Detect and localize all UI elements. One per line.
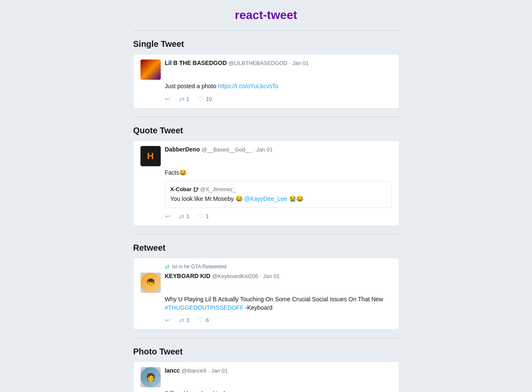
- tweet-date-val-quote: Jan 01: [256, 146, 273, 153]
- reply-icon-quote: ↩: [165, 212, 170, 220]
- like-count-retweet: 6: [206, 317, 209, 323]
- retweet-by-text: Ist in he GTA Retweeted: [172, 264, 227, 270]
- reply-button-retweet[interactable]: ↩: [165, 316, 170, 324]
- like-icon-quote: ♡: [198, 212, 204, 220]
- tweet-date-quote: ·: [253, 146, 255, 153]
- section-quote-tweet: Quote Tweet H DabberDeno @__Based__God__…: [133, 126, 399, 226]
- tweet-card-photo: 🧑 lancc @6lance9 · Jan 01 Riff and based…: [133, 362, 399, 392]
- section-heading-photo: Photo Tweet: [133, 347, 399, 357]
- retweet-icon-single: ⇄: [179, 95, 184, 103]
- section-retweet: Retweet ⇄ Ist in he GTA Retweeted 👦 KEYB…: [133, 243, 399, 330]
- quoted-mention-link[interactable]: @KayyDee_Lee: [244, 195, 287, 202]
- tweet-user-info-quote: DabberDeno @__Based__God__ · Jan 01: [165, 146, 273, 153]
- like-icon-single: ♡: [198, 95, 204, 103]
- tweet-user-meta-quote: DabberDeno @__Based__God__ · Jan 01: [165, 146, 273, 153]
- tweet-date-val-photo: Jan 01: [211, 368, 228, 374]
- retweet-count-quote: 1: [186, 213, 189, 219]
- tweet-text-photo: Riff and based god in the same song wow: [165, 390, 275, 392]
- retweet-button-retweet[interactable]: ⇄ 3: [179, 316, 189, 324]
- tweet-text-quote: Facts😂: [165, 169, 186, 176]
- reply-icon-retweet: ↩: [165, 316, 170, 324]
- retweet-green-icon: ⇄: [165, 263, 170, 270]
- like-button-single[interactable]: ♡ 10: [198, 95, 212, 103]
- tweet-text-single: Just posted a photo: [165, 83, 218, 89]
- quoted-user-line: X-Cobar ひ @X_Jimenez_: [170, 186, 386, 193]
- tweet-user-meta-single: Lil B THE BASEDGOD @LILBTHEBASEDGOD · Ja…: [165, 59, 309, 66]
- quoted-text-suffix: 😭😂: [287, 195, 303, 202]
- like-count-quote: 1: [206, 213, 209, 219]
- retweet-count-retweet: 3: [186, 317, 189, 323]
- tweet-date-val-retweet: Jan 01: [263, 273, 280, 279]
- section-divider-2: [133, 234, 399, 235]
- user-display-name-photo: lancc: [165, 367, 180, 374]
- tweet-actions-retweet: ↩ ⇄ 3 ♡ 6: [165, 316, 392, 324]
- retweet-indicator: ⇄ Ist in he GTA Retweeted: [165, 263, 392, 270]
- section-heading-retweet: Retweet: [133, 243, 399, 253]
- like-button-retweet[interactable]: ♡ 6: [198, 316, 209, 324]
- avatar-lil-b: [140, 59, 161, 80]
- avatar-keyboard: 👦: [140, 273, 161, 293]
- section-single-tweet: Single Tweet Lil B THE BASEDGOD @LILBTHE…: [133, 39, 399, 108]
- user-display-name-single: Lil B THE BASEDGOD: [165, 59, 227, 66]
- tweet-user-info-retweet: KEYBOARD KID @KeyboardKid206 · Jan 01: [165, 273, 280, 279]
- quoted-display-name: X-Cobar ひ: [170, 186, 199, 192]
- tweet-user-meta-retweet: KEYBOARD KID @KeyboardKid206 · Jan 01: [165, 273, 280, 279]
- section-heading-single: Single Tweet: [133, 39, 399, 49]
- tweet-header-retweet: 👦 KEYBOARD KID @KeyboardKid206 · Jan 01: [140, 273, 392, 293]
- tweet-text-retweet-1: Why U Playing Lil B Actually Touching On…: [165, 296, 383, 303]
- avatar-dabber: H: [140, 146, 161, 166]
- tweet-body-retweet: Why U Playing Lil B Actually Touching On…: [165, 295, 392, 312]
- like-icon-retweet: ♡: [198, 316, 204, 324]
- section-photo-tweet: Photo Tweet 🧑 lancc @6lance9 · Jan 01 Ri…: [133, 347, 399, 392]
- retweet-icon-retweet: ⇄: [179, 316, 184, 324]
- section-heading-quote: Quote Tweet: [133, 126, 399, 135]
- tweet-date-val-single: Jan 01: [292, 60, 309, 66]
- retweet-button-quote[interactable]: ⇄ 1: [179, 212, 189, 220]
- user-handle-single: @LILBTHEBASEDGOD: [229, 60, 288, 66]
- page-container: react-tweet Single Tweet Lil B THE BASED…: [133, 0, 399, 392]
- tweet-text-retweet-2: -Keyboard: [243, 304, 272, 311]
- section-divider-top: [133, 30, 399, 31]
- tweet-date-single: ·: [289, 60, 291, 66]
- quoted-text-part1: You look like Mr.Moseby 😂: [170, 195, 244, 202]
- user-display-name-quote: DabberDeno: [165, 146, 200, 153]
- tweet-actions-quote: ↩ ⇄ 1 ♡ 1: [165, 212, 392, 220]
- page-title: react-tweet: [133, 8, 399, 22]
- quoted-tweet-card: X-Cobar ひ @X_Jimenez_ You look like Mr.M…: [165, 181, 392, 208]
- reply-button-single[interactable]: ↩: [165, 95, 170, 103]
- tweet-card-single: Lil B THE BASEDGOD @LILBTHEBASEDGOD · Ja…: [133, 54, 399, 108]
- quoted-handle: @X_Jimenez_: [200, 186, 236, 192]
- retweet-button-single[interactable]: ⇄ 1: [179, 95, 189, 103]
- like-button-quote[interactable]: ♡ 1: [198, 212, 209, 220]
- tweet-header-single: Lil B THE BASEDGOD @LILBTHEBASEDGOD · Ja…: [140, 59, 392, 80]
- tweet-header-quote: H DabberDeno @__Based__God__ · Jan 01: [140, 146, 392, 166]
- section-divider-1: [133, 117, 399, 117]
- user-handle-quote: @__Based__God__: [202, 146, 251, 153]
- tweet-user-info-photo: lancc @6lance9 · Jan 01: [165, 367, 228, 374]
- user-display-name-retweet: KEYBOARD KID: [165, 273, 211, 279]
- hashtag-link-retweet[interactable]: #THUGGEDOUTPISSEDOFF: [165, 304, 244, 311]
- tweet-body-quote: Facts😂 X-Cobar ひ @X_Jimenez_ You look li…: [165, 169, 392, 208]
- user-handle-photo: @6lance9: [181, 368, 206, 374]
- tweet-card-retweet: ⇄ Ist in he GTA Retweeted 👦 KEYBOARD KID…: [133, 258, 399, 330]
- tweet-body-photo: Riff and based god in the same song wow …: [165, 390, 392, 392]
- tweet-link-single[interactable]: https://t.co/oYuLkcvsTo: [218, 83, 278, 89]
- tweet-date-retweet: ·: [260, 273, 262, 279]
- reply-icon-single: ↩: [165, 95, 170, 103]
- tweet-user-meta-photo: lancc @6lance9 · Jan 01: [165, 367, 228, 374]
- tweet-date-photo: ·: [208, 368, 210, 374]
- tweet-actions-single: ↩ ⇄ 1 ♡ 10: [165, 95, 392, 103]
- reply-button-quote[interactable]: ↩: [165, 212, 170, 220]
- user-handle-retweet: @KeyboardKid206: [212, 273, 258, 279]
- retweet-icon-quote: ⇄: [179, 212, 184, 220]
- tweet-body-single: Just posted a photo https://t.co/oYuLkcv…: [165, 82, 392, 91]
- retweet-count-single: 1: [186, 96, 189, 102]
- section-divider-3: [133, 338, 399, 338]
- tweet-card-quote: H DabberDeno @__Based__God__ · Jan 01 Fa…: [133, 141, 399, 226]
- quoted-body-text: You look like Mr.Moseby 😂 @KayyDee_Lee 😭…: [170, 195, 386, 203]
- like-count-single: 10: [206, 96, 212, 102]
- tweet-header-photo: 🧑 lancc @6lance9 · Jan 01: [140, 367, 392, 387]
- tweet-user-info-single: Lil B THE BASEDGOD @LILBTHEBASEDGOD · Ja…: [165, 59, 309, 66]
- avatar-lance: 🧑: [140, 367, 161, 387]
